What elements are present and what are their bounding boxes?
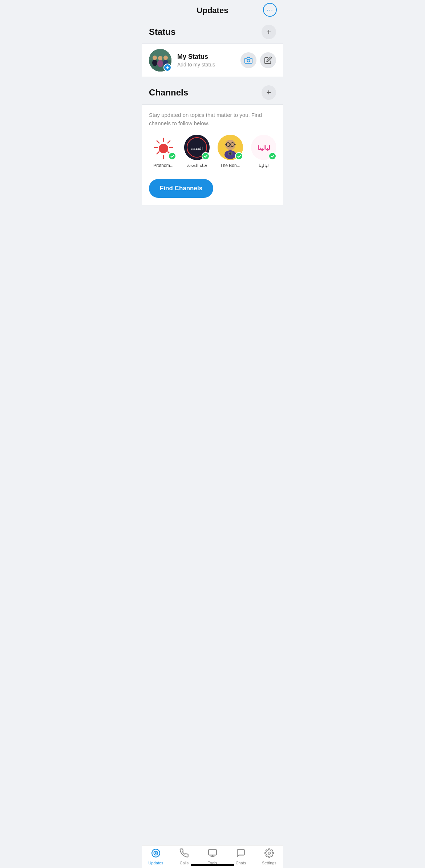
channel-avatar-wrap-layalina: ليالينا <box>251 135 276 160</box>
channels-description: Stay updated on topics that matter to yo… <box>149 111 276 127</box>
svg-point-32 <box>229 152 231 155</box>
verified-badge-prothom <box>168 152 176 160</box>
channels-body: Stay updated on topics that matter to yo… <box>142 105 283 205</box>
channel-name-thebon: The Bon... <box>220 163 240 169</box>
svg-point-6 <box>158 56 162 60</box>
channel-item-prothom[interactable]: Prothom... <box>149 135 178 169</box>
status-section-title: Status <box>149 27 175 37</box>
channel-name-layalina: ليالينا <box>259 163 269 169</box>
svg-point-9 <box>247 59 250 62</box>
status-avatar-wrap: + <box>149 49 171 72</box>
channel-item-thebon[interactable]: The Bon... <box>216 135 245 169</box>
pencil-icon <box>264 56 272 64</box>
page-title: Updates <box>197 6 228 15</box>
channel-item-alhadath[interactable]: الحدث قناة الحدث <box>182 135 211 169</box>
plus-icon-channels: + <box>267 88 271 97</box>
more-dots-icon: ··· <box>267 7 273 13</box>
channel-name-prothom: Prothom... <box>153 163 173 169</box>
camera-button[interactable] <box>240 52 256 68</box>
svg-text:ليالينا: ليالينا <box>258 145 270 151</box>
svg-text:الحدث: الحدث <box>191 146 203 151</box>
svg-point-8 <box>163 56 168 60</box>
status-add-badge: + <box>163 64 171 72</box>
add-channel-button[interactable]: + <box>262 85 276 100</box>
my-status-row[interactable]: + My Status Add to my status <box>142 44 283 77</box>
page-header: Updates ··· <box>142 0 283 20</box>
status-name: My Status <box>177 53 235 61</box>
empty-content-area <box>142 205 283 329</box>
svg-line-28 <box>225 144 226 144</box>
svg-point-11 <box>159 144 168 153</box>
verified-badge-thebon <box>235 152 243 160</box>
status-info: My Status Add to my status <box>177 53 235 68</box>
channel-avatar-wrap-prothom <box>151 135 176 160</box>
find-channels-button[interactable]: Find Channels <box>149 179 213 198</box>
svg-line-29 <box>234 144 236 144</box>
status-section-header: Status + <box>142 20 283 44</box>
channels-list: Prothom... الحدث <box>149 135 276 171</box>
svg-point-5 <box>157 60 163 67</box>
channels-section-header: Channels + <box>142 80 283 104</box>
status-actions <box>240 52 276 68</box>
pencil-button[interactable] <box>260 52 276 68</box>
more-options-button[interactable]: ··· <box>263 3 277 17</box>
status-subtitle: Add to my status <box>177 62 235 68</box>
plus-icon: + <box>267 27 271 37</box>
channel-item-layalina[interactable]: ليالينا ليالينا <box>249 135 276 169</box>
svg-point-3 <box>152 60 157 66</box>
svg-point-4 <box>153 56 157 60</box>
channel-avatar-wrap-thebon <box>218 135 243 160</box>
channel-name-alhadath: قناة الحدث <box>187 163 207 169</box>
channel-avatar-wrap-alhadath: الحدث <box>184 135 210 160</box>
verified-badge-layalina <box>268 152 276 160</box>
add-status-button[interactable]: + <box>262 25 276 39</box>
camera-icon <box>244 56 252 64</box>
verified-badge-alhadath <box>202 152 210 160</box>
channels-section-title: Channels <box>149 87 188 98</box>
